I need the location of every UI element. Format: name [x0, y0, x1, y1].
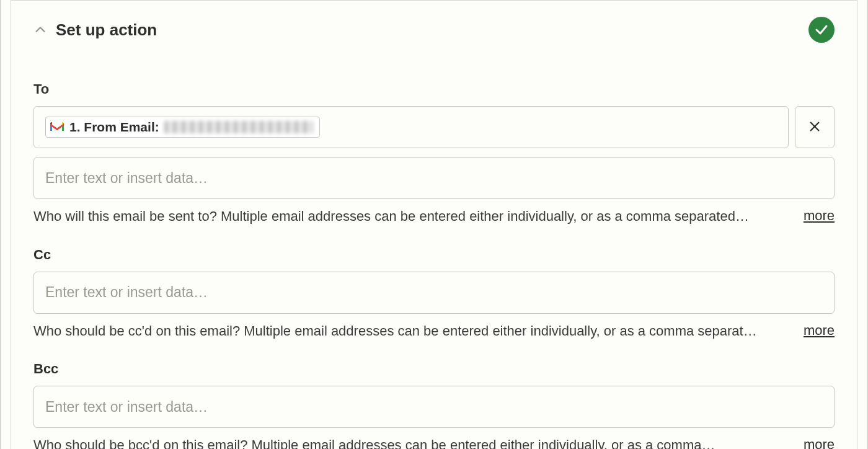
- cc-more-link[interactable]: more: [804, 322, 835, 339]
- cc-field-block: Cc Enter text or insert data… Who should…: [33, 247, 835, 340]
- mapped-value-pill[interactable]: 1. From Email:: [45, 117, 320, 138]
- to-add-placeholder: Enter text or insert data…: [45, 170, 208, 187]
- bcc-placeholder: Enter text or insert data…: [45, 399, 208, 416]
- cc-help-text: Who should be cc'd on this email? Multip…: [33, 322, 786, 340]
- bcc-label: Bcc: [33, 361, 835, 377]
- section-header: Set up action: [33, 17, 835, 43]
- bcc-help-text: Who should be bcc'd on this email? Multi…: [33, 437, 786, 449]
- clear-to-button[interactable]: [795, 106, 835, 148]
- to-label: To: [33, 81, 835, 97]
- to-input[interactable]: 1. From Email:: [33, 106, 789, 148]
- bcc-more-link[interactable]: more: [804, 437, 835, 449]
- gmail-icon: [50, 122, 64, 133]
- action-setup-panel: Set up action To: [11, 0, 857, 449]
- pill-source-value-redacted: [164, 121, 313, 133]
- cc-label: Cc: [33, 247, 835, 263]
- cc-placeholder: Enter text or insert data…: [45, 284, 208, 301]
- close-icon: [808, 120, 822, 135]
- cc-input[interactable]: Enter text or insert data…: [33, 272, 835, 314]
- section-title: Set up action: [56, 20, 157, 40]
- pill-source-label: 1. From Email:: [69, 120, 159, 135]
- status-check-icon: [808, 17, 835, 43]
- to-help-text: Who will this email be sent to? Multiple…: [33, 208, 786, 226]
- bcc-field-block: Bcc Enter text or insert data… Who shoul…: [33, 361, 835, 449]
- to-add-input[interactable]: Enter text or insert data…: [33, 157, 835, 199]
- to-field-block: To: [33, 81, 835, 226]
- bcc-input[interactable]: Enter text or insert data…: [33, 386, 835, 428]
- to-more-link[interactable]: more: [804, 208, 835, 224]
- chevron-up-icon[interactable]: [33, 23, 47, 37]
